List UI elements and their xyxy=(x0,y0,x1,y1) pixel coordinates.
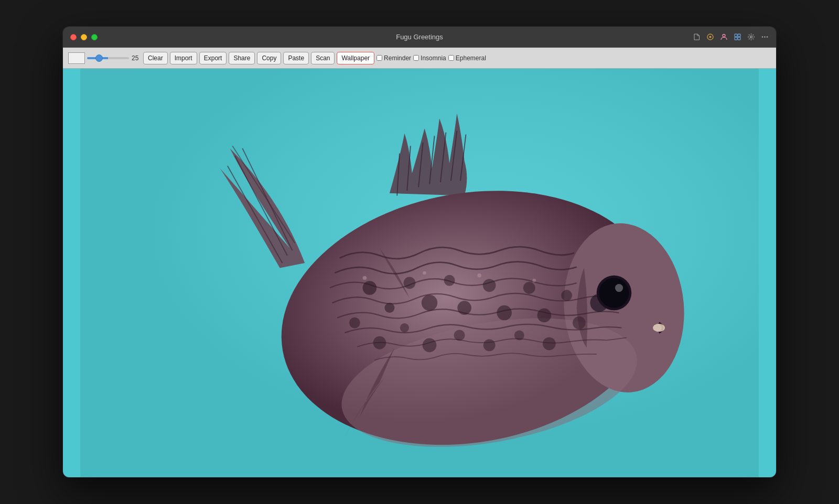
brush-size-slider[interactable] xyxy=(87,57,129,59)
brush-size-container: 25 xyxy=(87,54,141,62)
traffic-lights xyxy=(70,34,98,40)
svg-point-20 xyxy=(444,275,455,286)
close-button[interactable] xyxy=(70,34,77,40)
clear-button[interactable]: Clear xyxy=(143,52,168,64)
svg-point-38 xyxy=(363,276,367,280)
svg-point-41 xyxy=(532,279,536,282)
insomnia-label: Insomnia xyxy=(421,54,446,62)
more-icon[interactable] xyxy=(760,33,769,41)
main-content[interactable] xyxy=(63,69,776,477)
insomnia-checkbox[interactable] xyxy=(413,55,419,61)
puzzle-icon[interactable] xyxy=(733,33,741,41)
window-title: Fugu Greetings xyxy=(396,33,443,41)
svg-point-34 xyxy=(454,330,465,341)
insomnia-checkbox-label[interactable]: Insomnia xyxy=(413,54,446,62)
titlebar: Fugu Greetings xyxy=(63,27,776,48)
svg-point-19 xyxy=(422,295,437,311)
svg-point-43 xyxy=(599,278,629,308)
svg-point-30 xyxy=(349,317,360,328)
svg-rect-3 xyxy=(735,34,737,37)
svg-point-31 xyxy=(373,336,386,349)
fish-illustration xyxy=(63,69,776,477)
tag-icon[interactable] xyxy=(706,33,714,41)
svg-rect-6 xyxy=(738,37,740,40)
ephemeral-checkbox-label[interactable]: Ephemeral xyxy=(448,54,486,62)
maximize-button[interactable] xyxy=(91,34,98,40)
svg-point-10 xyxy=(766,36,767,37)
svg-point-40 xyxy=(477,273,481,278)
export-button[interactable]: Export xyxy=(199,52,227,64)
svg-point-16 xyxy=(363,281,377,295)
svg-point-9 xyxy=(764,36,765,37)
svg-point-45 xyxy=(653,324,665,332)
reminder-checkbox-label[interactable]: Reminder xyxy=(377,54,411,62)
brush-size-value: 25 xyxy=(132,54,141,62)
paste-button[interactable]: Paste xyxy=(283,52,309,64)
svg-point-44 xyxy=(615,284,623,292)
svg-rect-4 xyxy=(738,34,740,37)
person-icon[interactable] xyxy=(719,33,728,41)
color-swatch[interactable] xyxy=(68,52,85,64)
svg-point-36 xyxy=(514,330,524,340)
svg-point-32 xyxy=(400,323,409,332)
svg-point-22 xyxy=(483,279,496,292)
svg-point-23 xyxy=(497,305,512,321)
svg-point-24 xyxy=(523,282,535,294)
svg-point-17 xyxy=(384,303,394,313)
reminder-label: Reminder xyxy=(384,54,411,62)
svg-rect-5 xyxy=(735,37,737,40)
minimize-button[interactable] xyxy=(81,34,87,40)
svg-point-8 xyxy=(761,36,762,37)
svg-point-35 xyxy=(483,339,496,352)
svg-point-26 xyxy=(561,290,572,301)
svg-point-1 xyxy=(709,36,711,38)
svg-point-21 xyxy=(457,301,471,315)
toolbar: 25 Clear Import Export Share Copy Paste … xyxy=(63,48,776,69)
scan-button[interactable]: Scan xyxy=(311,52,335,64)
svg-point-7 xyxy=(750,36,752,38)
wallpaper-button[interactable]: Wallpaper xyxy=(337,52,374,64)
svg-point-25 xyxy=(537,309,551,323)
ephemeral-label: Ephemeral xyxy=(456,54,486,62)
copy-button[interactable]: Copy xyxy=(257,52,281,64)
share-button[interactable]: Share xyxy=(229,52,255,64)
svg-point-18 xyxy=(404,277,416,289)
svg-point-37 xyxy=(543,337,556,350)
svg-point-39 xyxy=(423,271,426,275)
svg-point-33 xyxy=(423,338,437,353)
file-icon[interactable] xyxy=(692,33,701,41)
reminder-checkbox[interactable] xyxy=(377,55,382,61)
app-window: Fugu Greetings 25 xyxy=(63,27,776,477)
gear-icon[interactable] xyxy=(747,33,755,41)
titlebar-controls xyxy=(692,33,769,41)
ephemeral-checkbox[interactable] xyxy=(448,55,454,61)
fish-scene xyxy=(63,69,776,477)
import-button[interactable]: Import xyxy=(170,52,197,64)
svg-point-2 xyxy=(723,35,725,37)
